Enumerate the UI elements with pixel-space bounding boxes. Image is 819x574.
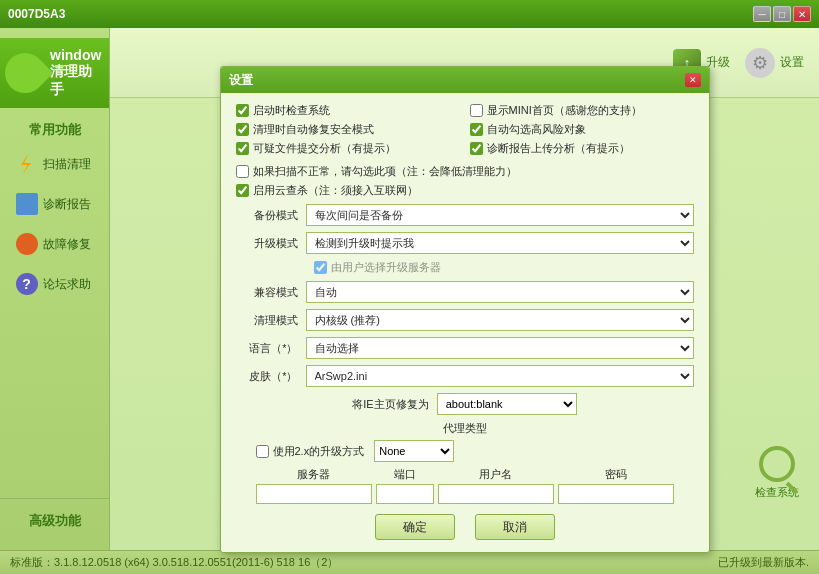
status-left: 标准版：3.1.8.12.0518 (x64) 3.0.518.12.0551(…: [10, 555, 718, 570]
main-content: ↑ 升级 ⚙ 设置 设置 ✕: [110, 28, 819, 550]
status-right: 已升级到最新版本.: [718, 555, 809, 570]
checkboxes-grid: 启动时检查系统 显示MINI首页（感谢您的支持） 清理时自动修复安全模式: [236, 103, 694, 156]
dialog-title-bar: 设置 ✕: [221, 67, 709, 93]
password-col-label: 密码: [558, 467, 674, 482]
skin-row: 皮肤（*） ArSwp2.ini 默认: [236, 365, 694, 387]
main-window: 0007D5A3 ─ □ ✕ window清理助手 常用功能 扫描清理 诊断报告: [0, 0, 819, 574]
logo-area: window清理助手: [0, 38, 109, 108]
username-col-label: 用户名: [438, 467, 554, 482]
checkbox-suspicious-file: 可疑文件提交分析（有提示）: [236, 141, 460, 156]
dialog-buttons: 确定 取消: [236, 514, 694, 540]
compat-row: 兼容模式 自动 兼容模式1: [236, 281, 694, 303]
logo-leaf-icon: [0, 45, 53, 102]
compat-select[interactable]: 自动 兼容模式1: [306, 281, 694, 303]
checkbox-suspicious-file-input[interactable]: [236, 142, 249, 155]
proxy-type-select[interactable]: None HTTP SOCKS5: [374, 440, 454, 462]
use-v2-label: 使用2.x的升级方式: [273, 444, 365, 459]
minimize-button[interactable]: ─: [753, 6, 771, 22]
dialog-content: 启动时检查系统 显示MINI首页（感谢您的支持） 清理时自动修复安全模式: [221, 93, 709, 552]
title-bar-buttons: ─ □ ✕: [753, 6, 811, 22]
common-section-title: 常用功能: [29, 121, 81, 139]
use-v2-row: 使用2.x的升级方式: [256, 444, 365, 459]
checkbox-auto-repair-label: 清理时自动修复安全模式: [253, 122, 374, 137]
cancel-button[interactable]: 取消: [475, 514, 555, 540]
server-input[interactable]: [256, 484, 372, 504]
ie-homepage-row: 将IE主页修复为 about:blank http://www.baidu.co…: [236, 393, 694, 415]
checkbox-suspicious-file-label: 可疑文件提交分析（有提示）: [253, 141, 396, 156]
checkbox-auto-high-risk-input[interactable]: [470, 123, 483, 136]
port-input[interactable]: [376, 484, 434, 504]
clean-mode-label: 清理模式: [236, 313, 306, 328]
upgrade-mode-label: 升级模式: [236, 236, 306, 251]
skin-select[interactable]: ArSwp2.ini 默认: [306, 365, 694, 387]
user-select-checkbox[interactable]: [314, 261, 327, 274]
checkbox-startup-check-input[interactable]: [236, 104, 249, 117]
ie-homepage-select[interactable]: about:blank http://www.baidu.com: [437, 393, 577, 415]
language-label: 语言（*）: [236, 341, 306, 356]
backup-label: 备份模式: [236, 208, 306, 223]
checkbox-auto-high-risk: 自动勾选高风险对象: [470, 122, 694, 137]
compat-label: 兼容模式: [236, 285, 306, 300]
server-col-label: 服务器: [256, 467, 372, 482]
advanced-section-title: 高级功能: [0, 512, 109, 530]
maximize-button[interactable]: □: [773, 6, 791, 22]
nav-label-scan-clean: 扫描清理: [43, 156, 91, 173]
checkbox-diag-upload-input[interactable]: [470, 142, 483, 155]
checkbox-cloud-kill: 启用云查杀（注：须接入互联网）: [236, 183, 694, 198]
checkbox-auto-high-risk-label: 自动勾选高风险对象: [487, 122, 586, 137]
checkbox-cloud-kill-label: 启用云查杀（注：须接入互联网）: [253, 183, 418, 198]
password-input[interactable]: [558, 484, 674, 504]
window-close-button[interactable]: ✕: [793, 6, 811, 22]
nav-label-diag-report: 诊断报告: [43, 196, 91, 213]
dialog-close-button[interactable]: ✕: [685, 73, 701, 87]
window-title: 0007D5A3: [8, 7, 65, 21]
repair-icon: [16, 233, 38, 255]
sidebar-item-repair[interactable]: 故障修复: [10, 226, 100, 262]
language-select[interactable]: 自动选择 简体中文 English: [306, 337, 694, 359]
backup-row: 备份模式 每次间问是否备份 总是备份 从不备份: [236, 204, 694, 226]
nav-label-forum-help: 论坛求助: [43, 276, 91, 293]
upgrade-mode-select[interactable]: 检测到升级时提示我 自动升级 不检测: [306, 232, 694, 254]
language-row: 语言（*） 自动选择 简体中文 English: [236, 337, 694, 359]
confirm-button[interactable]: 确定: [375, 514, 455, 540]
form-section: 备份模式 每次间问是否备份 总是备份 从不备份 升级模式 检测: [236, 204, 694, 387]
dialog-title: 设置: [229, 72, 253, 89]
checkboxes-area: 启动时检查系统 显示MINI首页（感谢您的支持） 清理时自动修复安全模式: [236, 103, 694, 198]
checkbox-startup-check-label: 启动时检查系统: [253, 103, 330, 118]
checkbox-show-mini: 显示MINI首页（感谢您的支持）: [470, 103, 694, 118]
use-v2-and-proxy-row: 使用2.x的升级方式 None HTTP SOCKS5: [236, 440, 694, 462]
checkbox-auto-repair: 清理时自动修复安全模式: [236, 122, 460, 137]
backup-select[interactable]: 每次间问是否备份 总是备份 从不备份: [306, 204, 694, 226]
content-area: window清理助手 常用功能 扫描清理 诊断报告 故障修复 ? 论坛求助 高级…: [0, 28, 819, 550]
checkbox-auto-repair-input[interactable]: [236, 123, 249, 136]
checkbox-scan-abnormal-input[interactable]: [236, 165, 249, 178]
username-input[interactable]: [438, 484, 554, 504]
use-v2-checkbox[interactable]: [256, 445, 269, 458]
lightning-icon: [16, 153, 38, 175]
checkbox-scan-abnormal-label: 如果扫描不正常，请勾选此项（注：会降低清理能力）: [253, 164, 517, 179]
title-bar: 0007D5A3 ─ □ ✕: [0, 0, 819, 28]
sidebar-item-scan-clean[interactable]: 扫描清理: [10, 146, 100, 182]
settings-dialog: 设置 ✕ 启动时检查系统: [220, 66, 710, 553]
checkbox-startup-check: 启动时检查系统: [236, 103, 460, 118]
checkbox-show-mini-input[interactable]: [470, 104, 483, 117]
proxy-type-label: 代理类型: [443, 421, 487, 436]
upgrade-mode-row: 升级模式 检测到升级时提示我 自动升级 不检测: [236, 232, 694, 254]
help-icon: ?: [16, 273, 38, 295]
sidebar: window清理助手 常用功能 扫描清理 诊断报告 故障修复 ? 论坛求助 高级…: [0, 28, 110, 550]
clean-mode-row: 清理模式 内核级 (推荐) 普通模式: [236, 309, 694, 331]
skin-label: 皮肤（*）: [236, 369, 306, 384]
checkbox-diag-upload-label: 诊断报告上传分析（有提示）: [487, 141, 630, 156]
checkbox-show-mini-label: 显示MINI首页（感谢您的支持）: [487, 103, 642, 118]
report-icon: [16, 193, 38, 215]
sidebar-item-diag-report[interactable]: 诊断报告: [10, 186, 100, 222]
server-fields-section: 服务器 端口 用户名 密码: [236, 467, 694, 504]
dialog-overlay: 设置 ✕ 启动时检查系统: [110, 56, 819, 526]
checkbox-cloud-kill-input[interactable]: [236, 184, 249, 197]
checkbox-scan-abnormal: 如果扫描不正常，请勾选此项（注：会降低清理能力）: [236, 164, 694, 179]
sidebar-item-forum-help[interactable]: ? 论坛求助: [10, 266, 100, 302]
check-system-button[interactable]: 检查系统: [755, 446, 799, 500]
user-select-row: 由用户选择升级服务器: [236, 260, 694, 275]
clean-mode-select[interactable]: 内核级 (推荐) 普通模式: [306, 309, 694, 331]
ie-homepage-label: 将IE主页修复为: [352, 397, 428, 412]
